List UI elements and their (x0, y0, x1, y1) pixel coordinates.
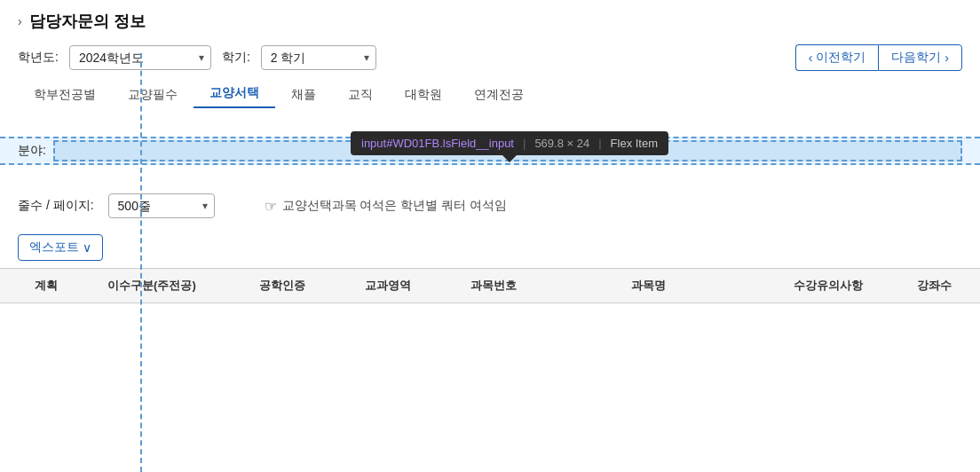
export-label: 엑스포트 (29, 240, 79, 256)
bottom-controls: 줄수 / 페이지: 500줄 ▾ ☞ 교양선택과목 여석은 학년별 쿼터 여석임 (0, 185, 980, 227)
rows-per-page-label: 줄수 / 페이지: (18, 198, 94, 214)
year-select-wrapper: 2024학년도 ▾ (69, 45, 211, 70)
table-header: 계획 이수구분(주전공) 공학인증 교과영역 과목번호 과목명 수강유의사항 강… (0, 268, 980, 303)
tooltip-arrow (502, 155, 517, 162)
tab-gyoyang-pil[interactable]: 교양필수 (112, 82, 194, 108)
dashed-bottom (0, 163, 980, 165)
next-semester-button[interactable]: 다음학기 › (878, 44, 962, 71)
semester-select-wrapper: 2 학기 ▾ (261, 45, 376, 70)
tooltip-divider: | (523, 137, 526, 150)
note-text: ☞ 교양선택과목 여석은 학년별 쿼터 여석임 (265, 198, 508, 215)
tab-hakbu[interactable]: 학부전공별 (18, 82, 112, 108)
tooltip-divider2: | (598, 137, 601, 150)
semester-select[interactable]: 2 학기 (261, 45, 376, 70)
tooltip-box: input#WD01FB.lsField__input | 569.8 × 24… (351, 131, 668, 155)
th-sugangyu: 수강유의사항 (751, 276, 906, 295)
tab-daehagwon[interactable]: 대학원 (389, 82, 458, 108)
rows-per-page-select[interactable]: 500줄 (108, 193, 215, 218)
prev-btn-label: 이전학기 (816, 50, 865, 66)
next-btn-label: 다음학기 (891, 50, 941, 66)
th-gwaryokyeok: 교과영역 (335, 276, 440, 295)
prev-chevron-icon: ‹ (809, 51, 813, 65)
search-label: 분야: (18, 143, 46, 159)
rows-select-wrapper: 500줄 ▾ (108, 193, 215, 218)
year-label: 학년도: (18, 50, 59, 66)
semester-label: 학기: (222, 50, 250, 66)
tooltip-container: input#WD01FB.lsField__input | 569.8 × 24… (351, 131, 668, 155)
note-content: 교양선택과목 여석은 학년별 쿼터 여석임 (282, 198, 508, 214)
th-gangjwa: 강좌수 (905, 276, 962, 295)
export-chevron-icon: ∨ (83, 240, 91, 255)
header-section: › 담당자문의 정보 (0, 0, 980, 39)
page-wrapper: › 담당자문의 정보 학년도: 2024학년도 ▾ 학기: 2 학기 ▾ ‹ 이… (0, 0, 980, 472)
tooltip-size-text: 569.8 × 24 (534, 137, 589, 150)
th-gwamokbun: 과목번호 (440, 276, 546, 295)
spacer (0, 165, 980, 177)
nav-buttons: ‹ 이전학기 다음학기 › (795, 44, 962, 71)
collapse-chevron-icon[interactable]: › (18, 14, 22, 28)
tab-row: 학부전공별 교양필수 교양서택 채플 교직 대학원 연계전공 (0, 80, 980, 108)
tooltip-flex-text: Flex Item (611, 137, 658, 150)
tab-yeongye[interactable]: 연계전공 (458, 82, 540, 108)
note-icon: ☞ (265, 198, 277, 215)
th-gwamokm: 과목명 (547, 276, 751, 295)
tooltip-selector-text: input#WD01FB.lsField__input (361, 137, 514, 150)
page-title: 담당자문의 정보 (29, 11, 146, 32)
export-section: 엑스포트 ∨ (0, 227, 980, 268)
tab-chaep[interactable]: 채플 (275, 82, 332, 108)
tab-gyoyang-seon[interactable]: 교양서택 (194, 80, 275, 108)
year-select[interactable]: 2024학년도 (69, 45, 211, 70)
th-gonghak: 공학인증 (229, 276, 335, 295)
prev-semester-button[interactable]: ‹ 이전학기 (795, 44, 879, 71)
th-isugu: 이수구분(주전공) (75, 276, 230, 295)
tab-gyojik[interactable]: 교직 (332, 82, 389, 108)
controls-row: 학년도: 2024학년도 ▾ 학기: 2 학기 ▾ ‹ 이전학기 다음학기 › (0, 39, 980, 76)
next-chevron-icon: › (944, 51, 949, 65)
th-plan: 계획 (18, 276, 75, 295)
export-button[interactable]: 엑스포트 ∨ (18, 234, 103, 261)
